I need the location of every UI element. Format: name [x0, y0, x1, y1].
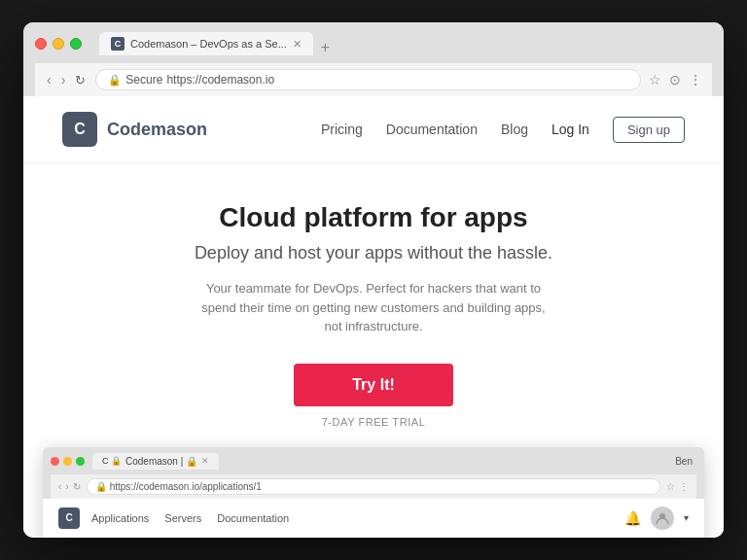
inner-titlebar: C 🔒 Codemason | 🔒 ✕ Ben [51, 453, 696, 470]
hero-title: Cloud platform for apps [219, 202, 527, 233]
traffic-lights [35, 38, 82, 50]
user-icon[interactable]: ⊙ [669, 72, 681, 88]
nav-documentation[interactable]: Documentation [386, 122, 478, 137]
inner-maximize [76, 457, 85, 466]
inner-url: https://codemason.io/applications/1 [110, 481, 262, 492]
url-display: https://codemason.io [166, 73, 274, 87]
browser-chrome: C Codemason – DevOps as a Se... ✕ + ‹ › … [23, 22, 724, 96]
signup-button[interactable]: Sign up [613, 117, 685, 143]
browser-toolbar-right: ☆ ⊙ ⋮ [649, 72, 702, 88]
inner-refresh: ↻ [73, 481, 81, 492]
inner-tab: C 🔒 Codemason | 🔒 ✕ [92, 453, 219, 470]
secure-label: Secure [125, 73, 162, 87]
bell-icon: 🔔 [624, 510, 641, 526]
inner-tab-close: ✕ [201, 456, 209, 466]
website-content: C Codemason Pricing Documentation Blog L… [23, 96, 724, 538]
lock-icon: 🔒 [108, 74, 122, 87]
nav-buttons: ‹ › ↻ [45, 70, 88, 89]
inner-nav-servers: Servers [164, 512, 201, 524]
inner-browser-chrome: C 🔒 Codemason | 🔒 ✕ Ben ‹ › ↻ [43, 447, 704, 499]
hero-description: Your teammate for DevOps. Perfect for ha… [194, 279, 553, 336]
site-logo: C Codemason [62, 112, 207, 147]
refresh-button[interactable]: ↻ [73, 71, 88, 89]
inner-nav-buttons: ‹ › ↻ [58, 481, 81, 492]
address-bar: ‹ › ↻ 🔒 Secure https://codemason.io ☆ ⊙ … [35, 63, 712, 96]
browser-window: C Codemason – DevOps as a Se... ✕ + ‹ › … [23, 22, 724, 538]
tab-bar: C Codemason – DevOps as a Se... ✕ + [99, 32, 712, 55]
inner-nav-right: 🔔 ▾ [624, 507, 689, 530]
inner-toolbar-right: ☆ ⋮ [666, 481, 689, 492]
inner-address-bar: ‹ › ↻ 🔒 https://codemason.io/application… [51, 474, 696, 499]
inner-menu-icon: ⋮ [679, 481, 689, 492]
site-nav-links: Pricing Documentation Blog Log In Sign u… [321, 117, 685, 143]
inner-minimize [63, 457, 72, 466]
maximize-button[interactable] [70, 38, 82, 50]
star-icon[interactable]: ☆ [649, 72, 661, 88]
nav-pricing[interactable]: Pricing [321, 122, 363, 137]
inner-forward: › [65, 481, 68, 492]
inner-user-label: Ben [675, 456, 696, 467]
tab-close-button[interactable]: ✕ [293, 38, 302, 51]
inner-browser-wrapper: C 🔒 Codemason | 🔒 ✕ Ben ‹ › ↻ [43, 447, 704, 539]
inner-logo-icon: C [58, 508, 80, 529]
inner-browser: C 🔒 Codemason | 🔒 ✕ Ben ‹ › ↻ [43, 447, 704, 539]
avatar-dropdown-icon: ▾ [684, 512, 689, 523]
inner-tab-favicon: C 🔒 [102, 456, 122, 466]
active-tab[interactable]: C Codemason – DevOps as a Se... ✕ [99, 32, 313, 55]
browser-titlebar: C Codemason – DevOps as a Se... ✕ + [35, 32, 712, 55]
inner-back: ‹ [58, 481, 61, 492]
inner-website: C Applications Servers Documentation 🔔 [43, 499, 704, 539]
nav-login[interactable]: Log In [551, 122, 589, 137]
menu-icon[interactable]: ⋮ [689, 72, 702, 88]
new-tab-button[interactable]: + [317, 40, 334, 55]
forward-button[interactable]: › [59, 70, 68, 89]
trial-label: 7-DAY FREE TRIAL [322, 416, 426, 428]
inner-url-field: 🔒 https://codemason.io/applications/1 [87, 478, 660, 495]
try-it-button[interactable]: Try It! [294, 364, 453, 406]
tab-favicon: C [111, 37, 124, 51]
minimize-button[interactable] [53, 38, 64, 50]
site-nav: C Codemason Pricing Documentation Blog L… [23, 96, 724, 163]
url-field[interactable]: 🔒 Secure https://codemason.io [95, 69, 641, 90]
inner-nav-documentation: Documentation [217, 512, 289, 524]
logo-icon: C [62, 112, 97, 147]
hero-subtitle: Deploy and host your apps without the ha… [195, 243, 552, 263]
inner-tab-title: Codemason | 🔒 [125, 456, 197, 467]
inner-close [51, 457, 59, 466]
back-button[interactable]: ‹ [45, 70, 53, 89]
tab-title: Codemason – DevOps as a Se... [130, 38, 287, 50]
inner-star-icon: ☆ [666, 481, 675, 492]
nav-blog[interactable]: Blog [501, 122, 528, 137]
brand-name: Codemason [107, 120, 207, 140]
inner-traffic-lights [51, 457, 85, 466]
inner-nav-links: Applications Servers Documentation [91, 512, 289, 524]
hero-section: Cloud platform for apps Deploy and host … [23, 163, 724, 447]
close-button[interactable] [35, 38, 47, 50]
inner-nav-applications: Applications [91, 512, 149, 524]
inner-lock-icon: 🔒 [95, 481, 107, 492]
user-avatar [651, 507, 674, 530]
inner-site-nav: C Applications Servers Documentation 🔔 [43, 499, 704, 539]
